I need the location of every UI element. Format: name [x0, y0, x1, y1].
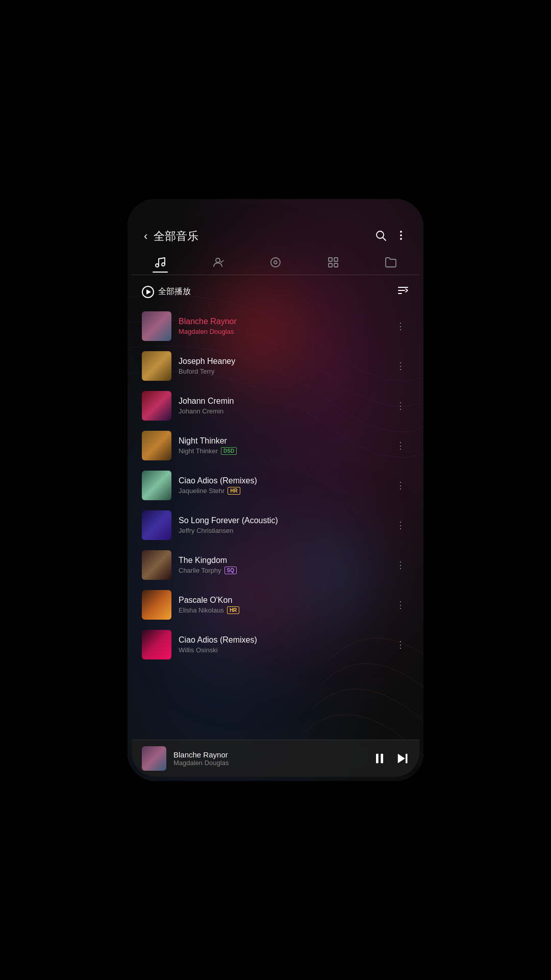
song-artist: Charlie Torphy	[179, 567, 221, 574]
back-button[interactable]: ‹	[144, 230, 147, 243]
play-all-row: 全部播放	[132, 277, 419, 306]
svg-line-1	[383, 237, 386, 240]
list-item[interactable]: Night Thinker Night Thinker DSD ⋮	[132, 426, 419, 465]
sort-button[interactable]	[397, 284, 409, 299]
album-art	[142, 550, 171, 580]
tab-albums[interactable]	[261, 254, 290, 271]
header: ‹ 全部音乐	[132, 203, 419, 250]
list-item[interactable]: Johann Cremin Johann Cremin ⋮	[132, 386, 419, 426]
song-info: Johann Cremin Johann Cremin	[179, 397, 392, 415]
list-item[interactable]: So Long Forever (Acoustic) Jeffry Christ…	[132, 505, 419, 545]
svg-rect-17	[376, 754, 379, 764]
more-options-button[interactable]: ⋮	[392, 557, 409, 573]
app-container: ‹ 全部音乐	[132, 203, 419, 777]
song-info: Ciao Adios (Remixes) Jaqueline Stehr HR	[179, 476, 392, 495]
more-options-button[interactable]: ⋮	[392, 637, 409, 652]
more-menu-icon[interactable]	[395, 229, 407, 244]
song-title: Night Thinker	[179, 436, 392, 446]
list-item[interactable]: The Kingdom Charlie Torphy SQ ⋮	[132, 545, 419, 585]
song-title: Johann Cremin	[179, 397, 392, 406]
song-info: Pascale O'Kon Elisha Nikolaus HR	[179, 596, 392, 614]
tab-genres[interactable]	[319, 254, 347, 271]
song-title: Pascale O'Kon	[179, 596, 392, 605]
song-info: The Kingdom Charlie Torphy SQ	[179, 556, 392, 574]
svg-rect-12	[329, 263, 332, 267]
song-meta: Buford Terry	[179, 368, 392, 375]
tab-folders[interactable]	[377, 254, 405, 271]
song-artist: Buford Terry	[179, 368, 215, 375]
song-meta: Charlie Torphy SQ	[179, 567, 392, 574]
album-art	[142, 351, 171, 381]
list-item[interactable]: Ciao Adios (Remixes) Willis Osinski ⋮	[132, 625, 419, 665]
song-artist: Jeffry Christiansen	[179, 527, 233, 534]
more-options-button[interactable]: ⋮	[392, 398, 409, 413]
list-item[interactable]: Ciao Adios (Remixes) Jaqueline Stehr HR …	[132, 465, 419, 505]
song-title: The Kingdom	[179, 556, 392, 565]
quality-badge-hr: HR	[227, 606, 239, 614]
song-meta: Johann Cremin	[179, 407, 392, 415]
tab-artists[interactable]	[204, 254, 232, 271]
song-info: Joseph Heaney Buford Terry	[179, 357, 392, 375]
album-art	[142, 311, 171, 341]
song-artist: Magdalen Douglas	[179, 328, 234, 335]
now-playing-bar[interactable]: Blanche Raynor Magdalen Douglas	[132, 740, 419, 777]
list-item[interactable]: Joseph Heaney Buford Terry ⋮	[132, 346, 419, 386]
song-info: Blanche Raynor Magdalen Douglas	[179, 317, 392, 335]
song-info: So Long Forever (Acoustic) Jeffry Christ…	[179, 516, 392, 534]
play-all-button[interactable]: 全部播放	[142, 286, 191, 298]
skip-next-button[interactable]	[395, 751, 409, 766]
song-artist: Willis Osinski	[179, 646, 218, 654]
play-all-label: 全部播放	[158, 286, 191, 297]
list-item[interactable]: Pascale O'Kon Elisha Nikolaus HR ⋮	[132, 585, 419, 625]
phone-screen: ‹ 全部音乐	[132, 203, 419, 777]
svg-rect-11	[334, 258, 338, 261]
svg-rect-13	[334, 263, 338, 267]
more-options-button[interactable]: ⋮	[392, 597, 409, 612]
list-item[interactable]: Blanche Raynor Magdalen Douglas ⋮	[132, 306, 419, 346]
pause-button[interactable]	[372, 751, 387, 766]
more-options-button[interactable]: ⋮	[392, 438, 409, 453]
album-art	[142, 431, 171, 460]
page-title: 全部音乐	[154, 229, 374, 244]
header-icons	[374, 229, 407, 244]
svg-point-9	[274, 261, 277, 264]
album-art	[142, 590, 171, 620]
song-list: Blanche Raynor Magdalen Douglas ⋮ Joseph…	[132, 306, 419, 740]
song-meta: Night Thinker DSD	[179, 447, 392, 455]
play-circle-icon	[142, 286, 154, 298]
song-title: Blanche Raynor	[179, 317, 392, 326]
song-artist: Johann Cremin	[179, 407, 223, 415]
song-meta: Magdalen Douglas	[179, 328, 392, 335]
tab-songs[interactable]	[146, 254, 174, 271]
more-options-button[interactable]: ⋮	[392, 358, 409, 374]
now-playing-info: Blanche Raynor Magdalen Douglas	[173, 750, 372, 767]
quality-badge-hr: HR	[228, 487, 240, 495]
song-artist: Elisha Nikolaus	[179, 606, 224, 614]
now-playing-art	[142, 746, 166, 771]
quality-badge-dsd: DSD	[221, 447, 237, 455]
song-title: So Long Forever (Acoustic)	[179, 516, 392, 525]
album-art	[142, 630, 171, 659]
album-art	[142, 471, 171, 500]
play-triangle	[146, 289, 151, 295]
svg-point-4	[400, 238, 402, 239]
svg-rect-18	[381, 754, 383, 764]
svg-marker-19	[398, 754, 405, 764]
song-meta: Jaqueline Stehr HR	[179, 487, 392, 495]
more-options-button[interactable]: ⋮	[392, 478, 409, 493]
song-artist: Jaqueline Stehr	[179, 487, 224, 495]
song-title: Ciao Adios (Remixes)	[179, 476, 392, 485]
svg-point-7	[216, 258, 220, 262]
search-icon[interactable]	[374, 229, 387, 244]
more-options-button[interactable]: ⋮	[392, 518, 409, 533]
svg-rect-10	[329, 258, 332, 261]
song-title: Joseph Heaney	[179, 357, 392, 366]
more-options-button[interactable]: ⋮	[392, 318, 409, 334]
tab-bar	[132, 250, 419, 273]
quality-badge-sq: SQ	[224, 567, 237, 574]
svg-point-2	[400, 231, 402, 232]
svg-point-3	[400, 235, 402, 236]
svg-point-5	[156, 264, 159, 267]
svg-rect-20	[406, 754, 408, 764]
now-playing-artist: Magdalen Douglas	[173, 759, 372, 767]
